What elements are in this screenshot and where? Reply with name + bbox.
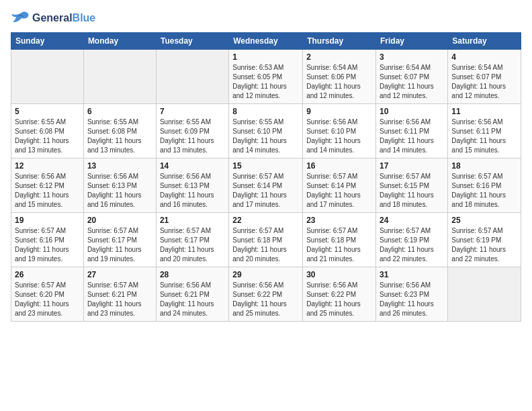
- calendar-cell: 1Sunrise: 6:53 AM Sunset: 6:05 PM Daylig…: [229, 50, 303, 104]
- logo: GeneralBlue: [11, 11, 95, 26]
- day-number: 11: [451, 107, 517, 116]
- calendar-week-1: 1Sunrise: 6:53 AM Sunset: 6:05 PM Daylig…: [11, 50, 521, 104]
- calendar-cell: 3Sunrise: 6:54 AM Sunset: 6:07 PM Daylig…: [376, 50, 448, 104]
- calendar-cell: 31Sunrise: 6:56 AM Sunset: 6:23 PM Dayli…: [376, 267, 448, 322]
- calendar-cell: 24Sunrise: 6:57 AM Sunset: 6:19 PM Dayli…: [376, 213, 448, 267]
- col-saturday: Saturday: [448, 33, 521, 50]
- day-number: 15: [232, 161, 299, 171]
- col-sunday: Sunday: [11, 33, 84, 50]
- calendar-body: 1Sunrise: 6:53 AM Sunset: 6:05 PM Daylig…: [11, 50, 521, 322]
- day-number: 16: [306, 161, 372, 171]
- day-info: Sunrise: 6:54 AM Sunset: 6:07 PM Dayligh…: [451, 63, 517, 101]
- col-wednesday: Wednesday: [229, 33, 303, 50]
- calendar-cell: 12Sunrise: 6:56 AM Sunset: 6:12 PM Dayli…: [11, 158, 84, 213]
- col-thursday: Thursday: [303, 33, 376, 50]
- calendar-cell: 13Sunrise: 6:56 AM Sunset: 6:13 PM Dayli…: [83, 158, 156, 213]
- day-info: Sunrise: 6:57 AM Sunset: 6:16 PM Dayligh…: [451, 172, 517, 210]
- calendar-week-2: 5Sunrise: 6:55 AM Sunset: 6:08 PM Daylig…: [11, 104, 521, 158]
- calendar-cell: 27Sunrise: 6:57 AM Sunset: 6:21 PM Dayli…: [83, 267, 156, 322]
- calendar-cell: 14Sunrise: 6:56 AM Sunset: 6:13 PM Dayli…: [156, 158, 228, 213]
- calendar-cell: 7Sunrise: 6:55 AM Sunset: 6:09 PM Daylig…: [156, 104, 228, 158]
- calendar-cell: 6Sunrise: 6:55 AM Sunset: 6:08 PM Daylig…: [83, 104, 156, 158]
- day-number: 27: [87, 270, 152, 279]
- calendar-cell: 18Sunrise: 6:57 AM Sunset: 6:16 PM Dayli…: [448, 158, 521, 213]
- page-header: GeneralBlue: [11, 11, 521, 26]
- day-info: Sunrise: 6:53 AM Sunset: 6:05 PM Dayligh…: [232, 63, 299, 101]
- calendar-cell: 26Sunrise: 6:57 AM Sunset: 6:20 PM Dayli…: [11, 267, 84, 322]
- col-friday: Friday: [376, 33, 448, 50]
- day-number: 13: [87, 161, 152, 171]
- calendar-cell: 21Sunrise: 6:57 AM Sunset: 6:17 PM Dayli…: [156, 213, 228, 267]
- day-info: Sunrise: 6:56 AM Sunset: 6:22 PM Dayligh…: [306, 281, 372, 318]
- calendar-cell: 19Sunrise: 6:57 AM Sunset: 6:16 PM Dayli…: [11, 213, 84, 267]
- day-number: 22: [232, 216, 299, 225]
- day-number: 10: [380, 107, 444, 116]
- day-info: Sunrise: 6:57 AM Sunset: 6:18 PM Dayligh…: [306, 226, 372, 264]
- day-number: 12: [15, 161, 80, 171]
- day-number: 5: [15, 107, 80, 116]
- day-info: Sunrise: 6:57 AM Sunset: 6:19 PM Dayligh…: [451, 226, 517, 264]
- day-info: Sunrise: 6:56 AM Sunset: 6:10 PM Dayligh…: [306, 118, 372, 155]
- calendar-cell: 11Sunrise: 6:56 AM Sunset: 6:11 PM Dayli…: [448, 104, 521, 158]
- day-number: 9: [306, 107, 372, 116]
- day-info: Sunrise: 6:56 AM Sunset: 6:11 PM Dayligh…: [380, 118, 444, 155]
- day-number: 19: [15, 216, 80, 225]
- day-info: Sunrise: 6:55 AM Sunset: 6:10 PM Dayligh…: [232, 118, 299, 155]
- calendar-header: Sunday Monday Tuesday Wednesday Thursday…: [11, 33, 521, 50]
- calendar-cell: [83, 50, 156, 104]
- calendar-cell: 20Sunrise: 6:57 AM Sunset: 6:17 PM Dayli…: [83, 213, 156, 267]
- day-number: 28: [160, 270, 225, 279]
- day-number: 20: [87, 216, 152, 225]
- day-info: Sunrise: 6:56 AM Sunset: 6:12 PM Dayligh…: [15, 172, 80, 210]
- calendar-week-5: 26Sunrise: 6:57 AM Sunset: 6:20 PM Dayli…: [11, 267, 521, 322]
- day-info: Sunrise: 6:57 AM Sunset: 6:19 PM Dayligh…: [380, 226, 444, 264]
- day-number: 26: [15, 270, 80, 279]
- calendar-cell: 17Sunrise: 6:57 AM Sunset: 6:15 PM Dayli…: [376, 158, 448, 213]
- day-info: Sunrise: 6:56 AM Sunset: 6:23 PM Dayligh…: [380, 281, 444, 318]
- day-info: Sunrise: 6:57 AM Sunset: 6:17 PM Dayligh…: [160, 226, 225, 264]
- col-monday: Monday: [83, 33, 156, 50]
- day-number: 7: [160, 107, 225, 116]
- day-number: 21: [160, 216, 225, 225]
- day-info: Sunrise: 6:57 AM Sunset: 6:18 PM Dayligh…: [232, 226, 299, 264]
- day-number: 31: [380, 270, 444, 279]
- day-number: 2: [306, 52, 372, 62]
- calendar-cell: 9Sunrise: 6:56 AM Sunset: 6:10 PM Daylig…: [303, 104, 376, 158]
- day-info: Sunrise: 6:57 AM Sunset: 6:14 PM Dayligh…: [306, 172, 372, 210]
- calendar-cell: 28Sunrise: 6:56 AM Sunset: 6:21 PM Dayli…: [156, 267, 228, 322]
- calendar-cell: 2Sunrise: 6:54 AM Sunset: 6:06 PM Daylig…: [303, 50, 376, 104]
- day-info: Sunrise: 6:56 AM Sunset: 6:11 PM Dayligh…: [451, 118, 517, 155]
- day-number: 25: [451, 216, 517, 225]
- calendar-cell: 5Sunrise: 6:55 AM Sunset: 6:08 PM Daylig…: [11, 104, 84, 158]
- day-number: 14: [160, 161, 225, 171]
- day-info: Sunrise: 6:57 AM Sunset: 6:16 PM Dayligh…: [15, 226, 80, 264]
- calendar-cell: 4Sunrise: 6:54 AM Sunset: 6:07 PM Daylig…: [448, 50, 521, 104]
- calendar-cell: [448, 267, 521, 322]
- calendar-cell: [156, 50, 228, 104]
- day-number: 30: [306, 270, 372, 279]
- day-number: 4: [451, 52, 517, 62]
- day-info: Sunrise: 6:57 AM Sunset: 6:21 PM Dayligh…: [87, 281, 152, 318]
- calendar-cell: 10Sunrise: 6:56 AM Sunset: 6:11 PM Dayli…: [376, 104, 448, 158]
- day-info: Sunrise: 6:55 AM Sunset: 6:08 PM Dayligh…: [87, 118, 152, 155]
- calendar-cell: 30Sunrise: 6:56 AM Sunset: 6:22 PM Dayli…: [303, 267, 376, 322]
- day-number: 18: [451, 161, 517, 171]
- day-info: Sunrise: 6:55 AM Sunset: 6:09 PM Dayligh…: [160, 118, 225, 155]
- day-info: Sunrise: 6:56 AM Sunset: 6:13 PM Dayligh…: [87, 172, 152, 210]
- day-info: Sunrise: 6:55 AM Sunset: 6:08 PM Dayligh…: [15, 118, 80, 155]
- day-info: Sunrise: 6:57 AM Sunset: 6:15 PM Dayligh…: [380, 172, 444, 210]
- calendar-week-3: 12Sunrise: 6:56 AM Sunset: 6:12 PM Dayli…: [11, 158, 521, 213]
- calendar-cell: 8Sunrise: 6:55 AM Sunset: 6:10 PM Daylig…: [229, 104, 303, 158]
- calendar-table: Sunday Monday Tuesday Wednesday Thursday…: [11, 32, 521, 322]
- calendar-cell: 22Sunrise: 6:57 AM Sunset: 6:18 PM Dayli…: [229, 213, 303, 267]
- day-info: Sunrise: 6:57 AM Sunset: 6:20 PM Dayligh…: [15, 281, 80, 318]
- day-info: Sunrise: 6:54 AM Sunset: 6:06 PM Dayligh…: [306, 63, 372, 101]
- calendar-cell: [11, 50, 84, 104]
- day-number: 17: [380, 161, 444, 171]
- day-info: Sunrise: 6:56 AM Sunset: 6:13 PM Dayligh…: [160, 172, 225, 210]
- calendar-cell: 25Sunrise: 6:57 AM Sunset: 6:19 PM Dayli…: [448, 213, 521, 267]
- logo-bird-icon: [11, 11, 30, 26]
- calendar-cell: 16Sunrise: 6:57 AM Sunset: 6:14 PM Dayli…: [303, 158, 376, 213]
- day-number: 8: [232, 107, 299, 116]
- calendar-cell: 15Sunrise: 6:57 AM Sunset: 6:14 PM Dayli…: [229, 158, 303, 213]
